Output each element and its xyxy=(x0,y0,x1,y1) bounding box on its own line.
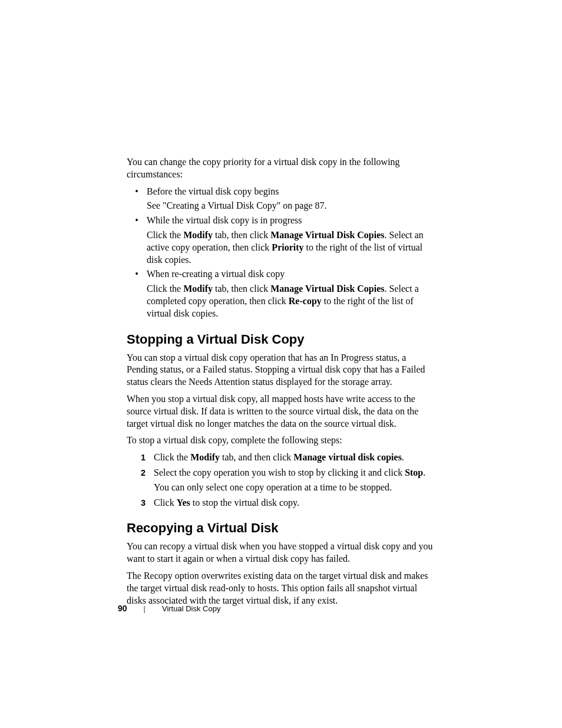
text: . xyxy=(423,467,425,477)
bullet-marker: • xyxy=(127,186,147,213)
text: tab, then click xyxy=(213,284,270,294)
step-body: Select the copy operation you wish to st… xyxy=(154,467,435,494)
text: to stop the virtual disk copy. xyxy=(190,498,299,508)
bullet-title: When re-creating a virtual disk copy xyxy=(147,268,435,281)
text: Click the xyxy=(147,284,183,294)
heading-stopping: Stopping a Virtual Disk Copy xyxy=(127,332,435,347)
bullet-sub: See "Creating a Virtual Disk Copy" on pa… xyxy=(147,200,435,212)
step-body: Click the Modify tab, and then click Man… xyxy=(154,452,435,464)
bullet-item: • While the virtual disk copy is in prog… xyxy=(127,215,435,266)
bullet-item: • Before the virtual disk copy begins Se… xyxy=(127,186,435,213)
footer-separator: | xyxy=(144,604,146,613)
step-sub: You can only select one copy operation a… xyxy=(154,482,435,494)
bold-text: Modify xyxy=(183,230,213,240)
paragraph: When you stop a virtual disk copy, all m… xyxy=(127,393,435,430)
text: tab, then click xyxy=(213,230,270,240)
bullet-sub: Click the Modify tab, then click Manage … xyxy=(147,283,435,319)
numbered-item: 2 Select the copy operation you wish to … xyxy=(127,467,435,494)
step-number: 3 xyxy=(127,497,154,509)
paragraph: The Recopy option overwrites existing da… xyxy=(127,570,435,607)
numbered-item: 3 Click Yes to stop the virtual disk cop… xyxy=(127,497,435,509)
paragraph: To stop a virtual disk copy, complete th… xyxy=(127,434,435,447)
bullet-body: Before the virtual disk copy begins See … xyxy=(147,186,435,213)
bold-text: Manage Virtual Disk Copies xyxy=(270,230,384,240)
bold-text: Priority xyxy=(272,242,303,252)
bullet-title: Before the virtual disk copy begins xyxy=(147,186,435,198)
bullet-marker: • xyxy=(127,268,147,319)
page-content: You can change the copy priority for a v… xyxy=(0,0,562,607)
bullet-marker: • xyxy=(127,215,147,266)
bold-text: Re-copy xyxy=(289,296,322,306)
bullet-body: When re-creating a virtual disk copy Cli… xyxy=(147,268,435,319)
step-number: 1 xyxy=(127,452,154,464)
bullet-body: While the virtual disk copy is in progre… xyxy=(147,215,435,266)
page-footer: 90 | Virtual Disk Copy xyxy=(118,604,220,613)
bold-text: Stop xyxy=(405,467,423,477)
bold-text: Modify xyxy=(183,284,213,294)
text: . xyxy=(402,452,404,462)
bullet-item: • When re-creating a virtual disk copy C… xyxy=(127,268,435,319)
bold-text: Manage Virtual Disk Copies xyxy=(270,284,384,294)
paragraph: You can recopy a virtual disk when you h… xyxy=(127,541,435,565)
paragraph: You can stop a virtual disk copy operati… xyxy=(127,352,435,388)
footer-section-name: Virtual Disk Copy xyxy=(162,604,220,613)
intro-paragraph: You can change the copy priority for a v… xyxy=(127,156,435,181)
numbered-item: 1 Click the Modify tab, and then click M… xyxy=(127,452,435,464)
page-number: 90 xyxy=(118,604,127,613)
step-number: 2 xyxy=(127,467,154,494)
numbered-list: 1 Click the Modify tab, and then click M… xyxy=(127,452,435,509)
step-body: Click Yes to stop the virtual disk copy. xyxy=(154,497,435,509)
bullet-list: • Before the virtual disk copy begins Se… xyxy=(127,186,435,320)
text: tab, and then click xyxy=(220,452,293,462)
bold-text: Manage virtual disk copies xyxy=(293,452,402,462)
text: Click xyxy=(154,498,177,508)
heading-recopying: Recopying a Virtual Disk xyxy=(127,521,435,536)
text: Click the xyxy=(147,230,183,240)
bold-text: Modify xyxy=(190,452,220,462)
text: Select the copy operation you wish to st… xyxy=(154,467,405,477)
bullet-sub: Click the Modify tab, then click Manage … xyxy=(147,229,435,266)
text: Click the xyxy=(154,452,190,462)
bold-text: Yes xyxy=(177,498,190,508)
bullet-title: While the virtual disk copy is in progre… xyxy=(147,215,435,227)
